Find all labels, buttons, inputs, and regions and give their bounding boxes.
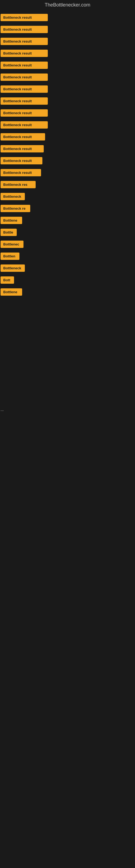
spacer — [0, 341, 135, 363]
bottleneck-badge[interactable]: Bottleneck — [1, 193, 25, 200]
spacer — [0, 363, 135, 384]
spacer — [0, 429, 135, 445]
list-item: Bottleneck result — [0, 107, 135, 119]
list-item: Bottleneck res — [0, 179, 135, 190]
list-item: Bottle — [0, 226, 135, 238]
list-item: Bottleneck result — [0, 95, 135, 107]
spacer — [0, 543, 135, 559]
bottleneck-list: Bottleneck resultBottleneck resultBottle… — [0, 10, 135, 658]
list-item: Bottleneck result — [0, 47, 135, 59]
bottleneck-badge[interactable]: Bottlenec — [1, 241, 24, 248]
bottleneck-badge[interactable]: Bottleneck result — [1, 26, 48, 33]
bottleneck-badge[interactable]: Bottlene — [1, 288, 22, 296]
site-title-text: TheBottlenecker.com — [45, 2, 90, 8]
list-item: Bott — [0, 274, 135, 286]
list-item: Bottleneck result — [0, 23, 135, 35]
list-item: Bottleneck result — [0, 119, 135, 131]
list-item: Bottlene — [0, 286, 135, 298]
list-item: Bottleneck result — [0, 71, 135, 83]
list-item: Bottleneck — [0, 262, 135, 274]
spacer — [0, 494, 135, 510]
list-item: Bottlene — [0, 214, 135, 226]
bottleneck-badge[interactable]: Bottleneck result — [1, 38, 48, 45]
spacer — [0, 608, 135, 624]
list-item: Bottlenec — [0, 238, 135, 250]
list-item: Bottleneck result — [0, 11, 135, 23]
bottleneck-badge[interactable]: Bottle — [1, 229, 17, 236]
bottleneck-badge[interactable]: Bottleneck result — [1, 50, 48, 57]
spacer — [0, 510, 135, 527]
spacer — [0, 576, 135, 592]
list-item: Bottleneck result — [0, 131, 135, 143]
list-item: Bottleneck re — [0, 203, 135, 214]
spacer — [0, 445, 135, 462]
spacer — [0, 319, 135, 341]
site-title: TheBottlenecker.com — [0, 0, 135, 10]
spacer — [0, 592, 135, 608]
bottleneck-badge[interactable]: Bottleneck res — [1, 181, 36, 188]
ellipsis-mark: ... — [0, 406, 135, 413]
list-item: Bottleneck result — [0, 59, 135, 71]
spacer — [0, 624, 135, 641]
bottleneck-badge[interactable]: Bottleneck result — [1, 73, 48, 81]
bottleneck-badge[interactable]: Bott — [1, 276, 14, 284]
bottleneck-badge[interactable]: Bottleneck — [1, 265, 25, 272]
list-item: Bottleneck — [0, 190, 135, 203]
bottleneck-badge[interactable]: Bottleneck result — [1, 169, 41, 176]
spacer — [0, 527, 135, 543]
bottleneck-badge[interactable]: Bottleneck result — [1, 109, 48, 117]
bottleneck-badge[interactable]: Bottleneck result — [1, 14, 48, 21]
list-item: Bottlen — [0, 250, 135, 262]
bottleneck-badge[interactable]: Bottlen — [1, 252, 19, 260]
bottleneck-badge[interactable]: Bottleneck re — [1, 205, 30, 212]
bottleneck-badge[interactable]: Bottleneck result — [1, 62, 48, 69]
list-item: Bottleneck result — [0, 35, 135, 47]
bottleneck-badge[interactable]: Bottleneck result — [1, 97, 48, 105]
bottleneck-badge[interactable]: Bottlene — [1, 217, 22, 224]
bottleneck-badge[interactable]: Bottleneck result — [1, 121, 48, 129]
spacer — [0, 462, 135, 478]
spacer — [0, 413, 135, 429]
list-item: Bottleneck result — [0, 143, 135, 155]
spacer — [0, 384, 135, 406]
bottleneck-badge[interactable]: Bottleneck result — [1, 133, 45, 141]
bottleneck-badge[interactable]: Bottleneck result — [1, 145, 44, 152]
bottleneck-badge[interactable]: Bottleneck result — [1, 86, 48, 93]
bottleneck-badge[interactable]: Bottleneck result — [1, 157, 42, 164]
spacer — [0, 559, 135, 576]
list-item: Bottleneck result — [0, 155, 135, 166]
spacer — [0, 478, 135, 494]
spacer — [0, 641, 135, 657]
list-item: Bottleneck result — [0, 166, 135, 179]
list-item: Bottleneck result — [0, 83, 135, 95]
spacer — [0, 298, 135, 319]
